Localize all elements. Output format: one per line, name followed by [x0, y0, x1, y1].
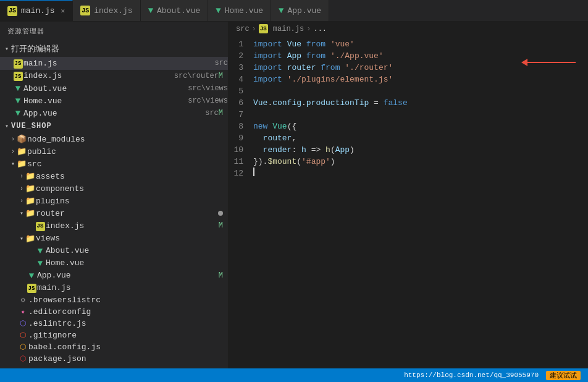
breadcrumb-part[interactable]: src: [236, 25, 250, 33]
sidebar-title: 资源管理器: [0, 22, 228, 41]
tab-App.vue[interactable]: ▼App.vue: [271, 0, 329, 21]
tab-close-icon[interactable]: ✕: [61, 7, 65, 15]
token: [301, 51, 306, 61]
token: 'vue': [330, 40, 355, 49]
line-content: import './plugins/element.js': [253, 74, 588, 85]
editor-area: src › JSmain.js › ... 1import Vue from '…: [229, 22, 588, 368]
code-line: 11}).$mount('#app'): [229, 156, 588, 168]
open-file-item[interactable]: ▼App.vuesrcM: [0, 107, 228, 119]
file-item[interactable]: ⬡package.json: [0, 353, 228, 365]
line-number: 7: [229, 109, 253, 121]
file-type-icon: 📁: [25, 208, 36, 218]
file-item[interactable]: ▼About.vue: [0, 245, 228, 257]
js-file-icon: JS: [12, 58, 23, 69]
breadcrumb-part: ...: [313, 25, 327, 33]
project-header[interactable]: ▾ VUE_SHOP: [0, 119, 228, 133]
chevron-icon: ›: [11, 136, 15, 143]
breadcrumb-part[interactable]: main.js: [273, 25, 304, 33]
line-number: 8: [229, 121, 253, 132]
line-content: Vue.config.productionTip = false: [253, 97, 588, 109]
sidebar-section-open[interactable]: ▾ 打开的编辑器: [0, 41, 228, 57]
folder-item[interactable]: ›📁plugins: [0, 195, 228, 207]
file-item[interactable]: ▼Home.vue: [0, 257, 228, 270]
file-path-label: src\router: [174, 72, 219, 80]
folder-item[interactable]: ›📁public: [0, 145, 228, 158]
token: [282, 40, 287, 49]
token: h: [301, 145, 306, 155]
token: [282, 75, 287, 84]
file-item[interactable]: JSindex.jsM: [0, 219, 228, 232]
tab-About.vue[interactable]: ▼About.vue: [141, 0, 209, 21]
open-file-item[interactable]: ▼Home.vuesrc\views: [0, 95, 228, 107]
status-url[interactable]: https://blog.csdn.net/qq_39055970: [404, 371, 539, 379]
file-item[interactable]: ✦.editorconfig: [0, 306, 228, 318]
file-type-icon: 📁: [25, 171, 36, 181]
token: [282, 51, 287, 61]
chevron-down-icon: ▾: [5, 45, 9, 53]
tab-Home.vue[interactable]: ▼Home.vue: [208, 0, 271, 21]
token: false: [384, 98, 408, 108]
file-item[interactable]: JSmain.js: [0, 282, 228, 295]
file-type-icon: ✦: [17, 307, 28, 316]
file-type-icon: JS: [26, 283, 37, 294]
tab-index.js[interactable]: JSindex.js: [73, 0, 140, 21]
token: [326, 40, 330, 49]
file-item[interactable]: ▼App.vueM: [0, 270, 228, 282]
line-content: router,: [253, 132, 588, 144]
token: Vue: [287, 40, 301, 49]
js-file-icon: JS: [259, 24, 268, 33]
token: new: [253, 122, 267, 131]
folder-item[interactable]: ▾📁views: [0, 232, 228, 245]
chevron-icon: ›: [20, 198, 23, 205]
sidebar: 资源管理器 ▾ 打开的编辑器 JSmain.jssrcJSindex.jssrc…: [0, 22, 229, 368]
token: ): [350, 145, 355, 155]
token: from: [321, 63, 340, 72]
folder-item[interactable]: ›📁assets: [0, 170, 228, 182]
folder-item[interactable]: ›📦node_modules: [0, 133, 228, 145]
folder-item[interactable]: ▾📁router: [0, 207, 228, 219]
token: App: [335, 145, 350, 155]
token: './router': [345, 63, 393, 72]
modified-badge: M: [219, 109, 223, 117]
code-line: 3import router from './router': [229, 62, 588, 74]
file-type-icon: ▼: [26, 271, 37, 281]
file-type-icon: ⬡: [17, 354, 28, 363]
file-item[interactable]: ⬡babel.config.js: [0, 341, 228, 353]
folder-item[interactable]: ▾📁src: [0, 158, 228, 170]
code-line: 9 router,: [229, 132, 588, 144]
file-name-label: index.js: [23, 71, 172, 80]
token: }).: [253, 157, 267, 166]
code-line: 7: [229, 109, 588, 121]
open-file-item[interactable]: JSmain.jssrc: [0, 57, 228, 70]
open-file-item[interactable]: ▼About.vuesrc\views: [0, 82, 228, 95]
file-item[interactable]: ⬡.eslintrc.js: [0, 318, 228, 329]
tree-item-label: index.js: [46, 221, 219, 231]
token: =: [369, 98, 383, 108]
token: ,: [292, 134, 296, 143]
token: $mount: [267, 157, 296, 166]
file-type-icon: 📁: [25, 184, 36, 193]
tab-label: App.vue: [288, 6, 322, 15]
breadcrumb-separator: ›: [252, 25, 256, 33]
breadcrumb: src › JSmain.js › ...: [229, 22, 588, 36]
tab-main.js[interactable]: JSmain.js✕: [0, 0, 73, 21]
code-line: 4import './plugins/element.js': [229, 74, 588, 85]
open-file-item[interactable]: JSindex.jssrc\routerM: [0, 70, 228, 83]
file-type-icon: 📦: [16, 134, 27, 144]
code-line: 12: [229, 168, 588, 180]
token: [253, 145, 263, 155]
chevron-icon: ▾: [11, 160, 15, 168]
file-name-label: App.vue: [23, 109, 203, 118]
file-item[interactable]: ⚙.browserslistrc: [0, 294, 228, 306]
tree-item-label: About.vue: [46, 246, 228, 255]
tree-item-label: views: [36, 234, 228, 243]
token: [253, 134, 263, 143]
folder-item[interactable]: ›📁components: [0, 182, 228, 195]
line-content: [253, 168, 588, 180]
section-label: 打开的编辑器: [11, 43, 59, 54]
line-content: new Vue({: [253, 121, 588, 132]
token: [301, 40, 306, 49]
file-type-icon: ⬡: [17, 342, 28, 352]
file-type-icon: 📁: [16, 146, 27, 156]
file-item[interactable]: ⬡.gitignore: [0, 329, 228, 341]
